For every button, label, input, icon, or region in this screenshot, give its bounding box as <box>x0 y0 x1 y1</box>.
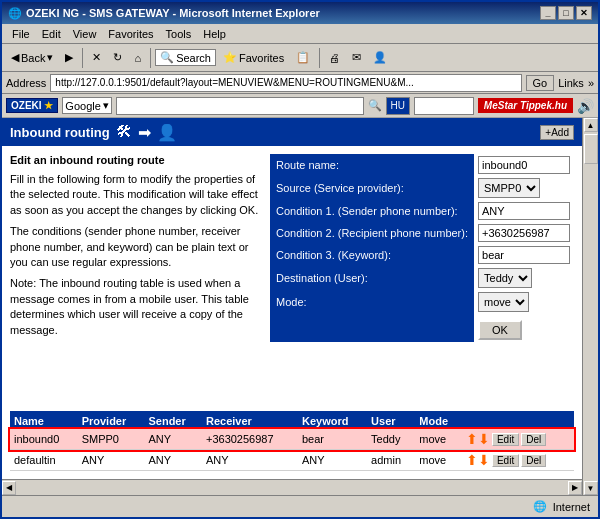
window-frame: 🌐 OZEKI NG - SMS GATEWAY - Microsoft Int… <box>0 0 600 519</box>
mail-button[interactable]: ✉ <box>347 48 366 67</box>
window-title: OZEKI NG - SMS GATEWAY - Microsoft Inter… <box>26 7 320 19</box>
row1-name: inbound0 <box>10 429 78 450</box>
stop-button[interactable]: ✕ <box>87 48 106 67</box>
google-label: Google <box>65 100 100 112</box>
vertical-scrollbar: ▲ ▼ <box>582 118 598 495</box>
mestartippek-logo[interactable]: MeStar Tippek.hu <box>478 98 573 113</box>
col-user: User <box>367 413 415 429</box>
row2-receiver: ANY <box>202 450 298 471</box>
row1-del-button[interactable]: Del <box>521 433 546 446</box>
mode-select[interactable]: move <box>478 292 529 312</box>
cond2-value <box>474 222 574 244</box>
google-search-input[interactable] <box>116 97 364 115</box>
status-bar: 🌐 Internet <box>2 495 598 517</box>
google-select[interactable]: Google ▾ <box>62 97 111 114</box>
print-button[interactable]: 🖨 <box>324 49 345 67</box>
row2-actions: ⬆⬇ Edit Del <box>462 450 574 471</box>
destination-label: Destination (User): <box>270 266 474 290</box>
form-row-cond3: Condition 3. (Keyword): <box>270 244 574 266</box>
col-name: Name <box>10 413 78 429</box>
history-button[interactable]: 📋 <box>291 48 315 67</box>
title-bar-controls: _ □ ✕ <box>540 6 592 20</box>
form-row-ok: OK <box>270 314 574 342</box>
col-actions <box>462 413 574 429</box>
right-panel: Route name: Source (Service provider): S… <box>270 154 574 407</box>
form-row-destination: Destination (User): Teddy <box>270 266 574 290</box>
speaker-icon: 🔊 <box>577 98 594 114</box>
back-button[interactable]: ◀ Back ▾ <box>6 48 58 67</box>
maximize-button[interactable]: □ <box>558 6 574 20</box>
internet-icon: 🌐 <box>533 500 547 513</box>
refresh-button[interactable]: ↻ <box>108 48 127 67</box>
scrollbar-thumb[interactable] <box>584 134 598 164</box>
mode-label: Mode: <box>270 290 474 314</box>
form-row-route-name: Route name: <box>270 154 574 176</box>
destination-select[interactable]: Teddy <box>478 268 532 288</box>
forward-button[interactable]: ▶ <box>60 48 78 67</box>
menu-favorites[interactable]: Favorites <box>102 27 159 41</box>
route-name-value <box>474 154 574 176</box>
route-name-input[interactable] <box>478 156 570 174</box>
row2-del-button[interactable]: Del <box>521 454 546 467</box>
cond1-value <box>474 200 574 222</box>
search-button[interactable]: 🔍 Search <box>155 49 216 66</box>
favorites-icon: ⭐ <box>223 51 237 64</box>
menu-edit[interactable]: Edit <box>36 27 67 41</box>
menu-help[interactable]: Help <box>197 27 232 41</box>
form-desc-3: Note: The inbound routing table is used … <box>10 276 260 338</box>
destination-value: Teddy <box>474 266 574 290</box>
row1-user: Teddy <box>367 429 415 450</box>
cond1-input[interactable] <box>478 202 570 220</box>
row2-edit-button[interactable]: Edit <box>492 454 519 467</box>
links-label: Links <box>558 77 584 89</box>
scroll-up-button[interactable]: ▲ <box>584 118 598 132</box>
user-button[interactable]: 👤 <box>368 48 392 67</box>
main-body: Inbound routing 🛠 ➡ 👤 +Add Edit an inbou… <box>2 118 598 495</box>
links-chevron-icon: » <box>588 77 594 89</box>
go-button[interactable]: Go <box>526 75 555 91</box>
menu-view[interactable]: View <box>67 27 103 41</box>
scroll-down-button[interactable]: ▼ <box>584 481 598 495</box>
mode-value: move <box>474 290 574 314</box>
toolbar-separator-3 <box>319 48 320 68</box>
cond2-label: Condition 2. (Recipient phone number): <box>270 222 474 244</box>
ok-label-cell <box>270 314 474 342</box>
route-name-label: Route name: <box>270 154 474 176</box>
main-scroll-area: Inbound routing 🛠 ➡ 👤 +Add Edit an inbou… <box>2 118 582 495</box>
close-button[interactable]: ✕ <box>576 6 592 20</box>
menu-tools[interactable]: Tools <box>160 27 198 41</box>
cond3-input[interactable] <box>478 246 570 264</box>
data-table-container: Name Provider Sender Receiver Keyword Us… <box>10 411 574 471</box>
table-row: inbound0 SMPP0 ANY +3630256987 bear Tedd… <box>10 429 574 450</box>
ozeki-logo: OZEKI ★ <box>6 98 58 113</box>
row2-name: defaultin <box>10 450 78 471</box>
menu-file[interactable]: File <box>6 27 36 41</box>
source-select[interactable]: SMPP0 <box>478 178 540 198</box>
flag-icon: HU <box>391 100 405 111</box>
main-content: Edit an inbound routing route Fill in th… <box>2 146 582 479</box>
status-text: Internet <box>553 501 590 513</box>
row1-edit-button[interactable]: Edit <box>492 433 519 446</box>
refresh-icon: ↻ <box>113 51 122 64</box>
scroll-left-button[interactable]: ◀ <box>2 481 16 495</box>
cond3-label: Condition 3. (Keyword): <box>270 244 474 266</box>
form-row-source: Source (Service provider): SMPP0 <box>270 176 574 200</box>
ozeki-star-icon: ★ <box>44 100 53 111</box>
ok-button[interactable]: OK <box>478 320 522 340</box>
minimize-button[interactable]: _ <box>540 6 556 20</box>
stop-icon: ✕ <box>92 51 101 64</box>
row2-sender: ANY <box>144 450 202 471</box>
scroll-right-button[interactable]: ▶ <box>568 481 582 495</box>
toolbar: ◀ Back ▾ ▶ ✕ ↻ ⌂ 🔍 Search ⭐ Favorites 📋 <box>2 44 598 72</box>
history-icon: 📋 <box>296 51 310 64</box>
add-button[interactable]: +Add <box>540 125 574 140</box>
row2-mode: move <box>415 450 462 471</box>
row1-arrow-icon: ⬆⬇ <box>466 431 490 447</box>
address-input[interactable] <box>50 74 521 92</box>
back-icon: ◀ <box>11 51 19 64</box>
cond1-label: Condition 1. (Sender phone number): <box>270 200 474 222</box>
cond2-input[interactable] <box>478 224 570 242</box>
favorites-button[interactable]: ⭐ Favorites <box>218 48 289 67</box>
row1-actions: ⬆⬇ Edit Del <box>462 429 574 450</box>
home-button[interactable]: ⌂ <box>129 49 146 67</box>
